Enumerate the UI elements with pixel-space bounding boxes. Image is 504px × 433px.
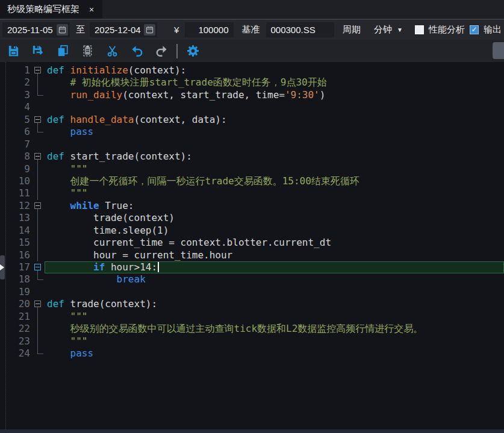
breakpoint-margin[interactable] <box>0 311 6 323</box>
fold-gutter <box>34 212 46 224</box>
code-line[interactable]: 14 time.sleep(1) <box>0 225 504 237</box>
code-text[interactable] <box>46 101 504 113</box>
breakpoint-margin[interactable] <box>0 347 6 360</box>
code-line[interactable]: 2 # 初始化模块注册start_trade函数定时任务，9点30开始 <box>0 76 504 89</box>
code-text[interactable]: pass <box>46 347 504 360</box>
breakpoint-margin[interactable] <box>0 200 6 212</box>
fold-toggle-icon[interactable] <box>34 202 41 209</box>
code-line[interactable]: 6 pass <box>0 126 504 138</box>
breakpoint-margin[interactable] <box>0 139 6 151</box>
code-line[interactable]: 7 <box>0 139 504 151</box>
breakpoint-margin[interactable] <box>0 212 6 224</box>
code-token: run_daily <box>70 89 123 101</box>
code-text[interactable]: time.sleep(1) <box>46 225 504 237</box>
breakpoint-margin[interactable] <box>0 89 6 101</box>
code-text[interactable]: hour = current_time.hour <box>46 249 504 261</box>
breakpoint-margin[interactable] <box>0 261 6 273</box>
performance-checkbox[interactable] <box>415 25 424 34</box>
save-icon[interactable] <box>6 44 20 58</box>
code-line[interactable]: 4 <box>0 101 504 113</box>
breakpoint-margin[interactable] <box>0 64 6 76</box>
copy-icon[interactable] <box>55 44 70 58</box>
code-line[interactable]: 13 trade(context) <box>0 212 504 224</box>
fold-toggle-icon[interactable] <box>34 301 41 307</box>
code-text[interactable]: 创建一个死循环，间隔一秒运行trade交易函数。15:00结束死循环 <box>46 175 504 187</box>
cut-icon[interactable] <box>105 44 119 58</box>
calendar-icon[interactable] <box>144 24 155 36</box>
code-line[interactable]: 8def start_trade(context): <box>0 151 504 163</box>
breakpoint-margin[interactable] <box>0 101 6 113</box>
breakpoint-margin[interactable] <box>0 286 6 298</box>
code-line[interactable]: 20def trade(context): <box>0 298 504 310</box>
period-select[interactable]: 分钟 ▼ <box>374 24 403 36</box>
calendar-icon[interactable] <box>57 24 68 36</box>
code-text[interactable]: """ <box>46 335 504 347</box>
code-line[interactable]: 23 """ <box>0 335 504 347</box>
code-line[interactable]: 9 """ <box>0 163 504 175</box>
code-line[interactable]: 16 hour = current_time.hour <box>0 249 504 261</box>
code-line[interactable]: 5def handle_data(context, data): <box>0 114 504 126</box>
code-text[interactable]: run_daily(context, start_trade, time='9:… <box>46 89 504 101</box>
code-editor[interactable]: 1def initialize(context):2 # 初始化模块注册star… <box>0 62 504 433</box>
fold-toggle-icon[interactable] <box>34 116 41 123</box>
code-line[interactable]: 19 <box>0 286 504 298</box>
output-checkbox[interactable]: ✓ <box>470 25 479 34</box>
code-text[interactable]: trade(context) <box>46 212 504 224</box>
start-date-input[interactable]: 2025-11-05 <box>2 22 70 37</box>
code-text[interactable]: """ <box>46 163 504 175</box>
code-text[interactable] <box>46 286 504 298</box>
breakpoint-margin[interactable] <box>0 225 6 237</box>
code-text[interactable]: if hour>14: <box>46 261 504 273</box>
tab-close-icon[interactable]: × <box>89 5 94 14</box>
code-text[interactable]: # 初始化模块注册start_trade函数定时任务，9点30开始 <box>46 76 504 89</box>
fold-toggle-icon[interactable] <box>34 67 41 73</box>
code-line[interactable]: 15 current_time = context.blotter.curren… <box>0 237 504 249</box>
code-text[interactable]: while True: <box>46 200 504 212</box>
code-line[interactable]: 3 run_daily(context, start_trade, time='… <box>0 89 504 101</box>
breakpoint-margin[interactable] <box>0 175 6 187</box>
code-line[interactable]: 18 break <box>0 273 504 285</box>
breakpoint-margin[interactable] <box>0 163 6 175</box>
code-text[interactable]: 秒级别的交易函数中可以通过主动查询tick数据和L2数据监控高频行情进行交易。 <box>46 323 504 335</box>
code-line[interactable]: 11 """ <box>0 187 504 199</box>
code-text[interactable]: """ <box>46 187 504 199</box>
breakpoint-margin[interactable] <box>0 126 6 138</box>
code-text[interactable]: def handle_data(context, data): <box>46 114 504 126</box>
fold-toggle-icon[interactable] <box>34 153 41 160</box>
code-line[interactable]: 24 pass <box>0 347 504 360</box>
redo-icon[interactable] <box>154 44 169 58</box>
breakpoint-margin[interactable] <box>0 237 6 249</box>
end-date-input[interactable]: 2025-12-04 <box>90 22 157 37</box>
breakpoint-margin[interactable] <box>0 187 6 199</box>
save-as-icon[interactable] <box>31 44 45 58</box>
code-text[interactable]: pass <box>46 126 504 138</box>
breakpoint-margin[interactable] <box>0 298 6 310</box>
undo-icon[interactable] <box>129 44 144 58</box>
code-text[interactable]: """ <box>46 311 504 323</box>
code-text[interactable]: def initialize(context): <box>46 64 504 76</box>
code-line[interactable]: 22 秒级别的交易函数中可以通过主动查询tick数据和L2数据监控高频行情进行交… <box>0 323 504 335</box>
code-text[interactable]: def start_trade(context): <box>46 151 504 163</box>
code-line[interactable]: 17 if hour>14: <box>0 261 504 273</box>
code-line[interactable]: 10 创建一个死循环，间隔一秒运行trade交易函数。15:00结束死循环 <box>0 175 504 187</box>
capital-input[interactable]: 100000 <box>185 22 233 37</box>
toolbar-overflow-button[interactable] <box>493 42 504 59</box>
benchmark-input[interactable]: 000300.SS <box>266 22 335 37</box>
breakpoint-margin[interactable] <box>0 114 6 126</box>
code-line[interactable]: 1def initialize(context): <box>0 64 504 76</box>
settings-gear-icon[interactable] <box>185 44 200 58</box>
code-text[interactable] <box>46 139 504 151</box>
paste-icon[interactable] <box>80 44 95 58</box>
code-text[interactable]: current_time = context.blotter.current_d… <box>46 237 504 249</box>
breakpoint-margin[interactable] <box>0 335 6 347</box>
breakpoint-margin[interactable] <box>0 273 6 285</box>
tab-strategy[interactable]: 秒级策略编写框架 × <box>0 0 102 19</box>
breakpoint-margin[interactable] <box>0 151 6 163</box>
code-line[interactable]: 21 """ <box>0 311 504 323</box>
fold-toggle-icon[interactable] <box>34 264 41 270</box>
code-line[interactable]: 12 while True: <box>0 200 504 212</box>
code-text[interactable]: break <box>46 273 504 285</box>
breakpoint-margin[interactable] <box>0 323 6 335</box>
breakpoint-margin[interactable] <box>0 76 6 89</box>
code-text[interactable]: def trade(context): <box>46 298 504 310</box>
